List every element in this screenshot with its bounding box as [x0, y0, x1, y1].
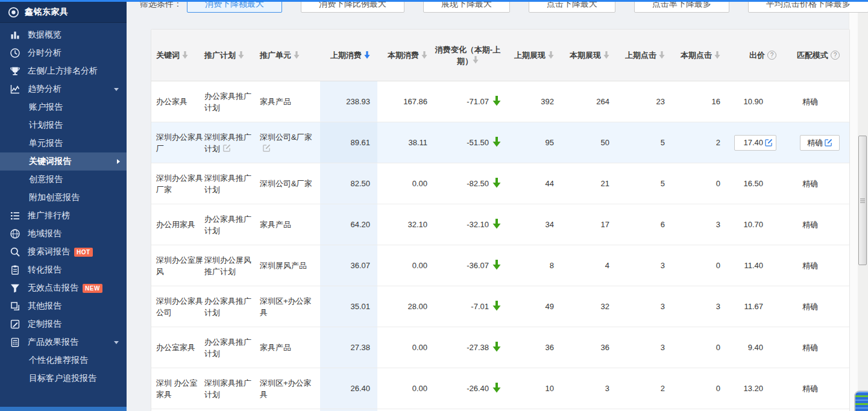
column-header[interactable]: 推广单元	[260, 30, 320, 81]
cell-cur-cost: 0.00	[377, 327, 435, 368]
edit-bid-icon	[765, 139, 773, 146]
sidebar-item-personalized-recommend-report[interactable]: 个性化推荐报告	[0, 351, 127, 369]
cell-keyword: 深圳 办公室家具	[151, 368, 204, 409]
sidebar-item-account-report[interactable]: 账户报告	[0, 98, 127, 116]
help-icon[interactable]: ?	[831, 51, 840, 60]
table-header-row: 关键词 推广计划 推广单元 上期消费 本期消费 消费变化（本期-上期） 上期展现…	[151, 30, 849, 81]
sidebar-item-custom-report[interactable]: 定制报告	[0, 315, 127, 333]
sidebar-item-creative-report[interactable]: 创意报告	[0, 171, 127, 189]
cell-prev-impressions: 8	[506, 245, 561, 286]
column-header[interactable]: 消费变化（本期-上期）	[435, 30, 506, 81]
column-header[interactable]: 本期消费	[377, 30, 435, 81]
sidebar-item-plan-report[interactable]: 计划报告	[0, 116, 127, 134]
sidebar-item-trend-analysis[interactable]: 趋势分析	[0, 80, 127, 98]
cell-cur-cost: 167.86	[377, 81, 435, 122]
cell-bid: 11.40 11.40	[728, 245, 785, 286]
cell-cur-impressions: 17	[561, 204, 617, 245]
chevron-down-icon	[114, 341, 119, 344]
cell-cur-clicks: 16	[672, 81, 728, 122]
cell-prev-impressions: 95	[506, 122, 561, 163]
cell-cur-cost: 0.00	[377, 368, 435, 409]
cell-prev-impressions: 10	[506, 368, 561, 409]
sidebar-item-extra-creative-report[interactable]: 附加创意报告	[0, 189, 127, 207]
column-header[interactable]: 本期点击	[672, 30, 728, 81]
sidebar-item-other-report[interactable]: 其他报告	[0, 297, 127, 315]
chevron-down-icon	[114, 88, 119, 91]
filter-bar: 筛选条件： 消费下降额最大消费下降比例最大展现下降最大点击下降最大点击率下降最多…	[140, 0, 868, 13]
cell-keyword: 深圳办公家具厂家	[151, 163, 204, 204]
sidebar-item-search-term-report[interactable]: 搜索词报告 HOT	[0, 243, 127, 261]
table-row[interactable]: 办公室家具 办公家具推广计划 家具产品 27.38 0.00 -27.38 36…	[151, 327, 849, 368]
table-row[interactable]: 深圳办公家具公司 办公家具推广计划 深圳区+办公家具 35.01 28.00 -…	[151, 286, 849, 327]
sidebar-item-conversion-report[interactable]: 转化报告	[0, 261, 127, 279]
help-icon[interactable]: ?	[767, 51, 776, 60]
sidebar-item-time-analysis[interactable]: 分时分析	[0, 44, 127, 62]
content-right-margin	[849, 0, 858, 411]
scrollbar-thumb[interactable]	[858, 136, 867, 265]
sidebar-item-keyword-report[interactable]: 关键词报告	[0, 152, 127, 171]
brand-logo-icon	[8, 7, 19, 18]
filter-option-button[interactable]: 点击率下降最多	[634, 0, 729, 13]
column-header[interactable]: 本期展现	[561, 30, 617, 81]
filter-option-button[interactable]: 消费下降额最大	[187, 0, 282, 13]
table-row[interactable]: 深圳办公家具厂家 深圳家具推广计划 深圳公司&厂家 82.50 0.00 -82…	[151, 163, 849, 204]
filter-option-button[interactable]: 点击下降最大	[529, 0, 615, 13]
sidebar-menu: 数据概览 分时分析 左侧/上方排名分析 趋势分析 账户报告 计划报告 单元报告 …	[0, 23, 127, 387]
sidebar-item-target-customer-report[interactable]: 目标客户追投报告	[0, 369, 127, 387]
match-edit-box[interactable]: 精确	[800, 135, 840, 151]
column-header[interactable]: 上期展现	[506, 30, 561, 81]
sidebar-item-region-report[interactable]: 地域报告	[0, 225, 127, 243]
cell-keyword: 深圳办公家具公司	[151, 286, 204, 327]
sort-desc-active-icon	[364, 51, 370, 59]
sort-icon	[473, 56, 479, 64]
cell-bid: 11.67 11.67	[728, 286, 785, 327]
floating-service-widget[interactable]	[854, 391, 868, 411]
cell-unit: 深圳区+办公家具	[260, 368, 320, 409]
cell-cost-change: -71.07	[435, 81, 506, 122]
table-row[interactable]: 深圳 办公室家具 深圳家具推广计划 深圳区+办公家具 26.40 0.00 -2…	[151, 368, 849, 409]
cell-prev-cost: 27.38	[320, 327, 377, 368]
table-row[interactable]: 办公家具 办公家具推广计划 家具产品 238.93 167.86 -71.07 …	[151, 81, 849, 122]
cell-plan: 深圳办公屏风推广计划	[204, 245, 260, 286]
cell-cost-change: -27.38	[435, 327, 506, 368]
table-row[interactable]: 深圳办公家具厂 深圳家具推广计划 深圳公司&厂家 89.61 38.11 -51…	[151, 122, 849, 163]
funnel-icon	[10, 283, 20, 293]
sidebar-item-product-effect-report[interactable]: 产品效果报告	[0, 333, 127, 351]
sidebar-item-invalid-click-report[interactable]: 无效点击报告 NEW	[0, 279, 127, 297]
cell-unit: 深圳公司&厂家	[260, 122, 320, 163]
column-header[interactable]: 上期消费	[320, 30, 377, 81]
cell-prev-clicks: 6	[617, 204, 672, 245]
cell-unit: 家具产品	[260, 327, 320, 368]
table-row[interactable]: 办公用家具 办公家具推广计划 家具产品 64.20 32.10 -32.10 3…	[151, 204, 849, 245]
column-header[interactable]: 出价?	[728, 30, 785, 81]
table-row[interactable]: 深圳办公室屏风 深圳办公屏风推广计划 深圳屏风产品 36.07 0.00 -36…	[151, 245, 849, 286]
cell-bid: 13.20 13.20	[728, 368, 785, 409]
edit-plan-icon[interactable]	[223, 144, 231, 152]
sidebar-item-unit-report[interactable]: 单元报告	[0, 134, 127, 152]
column-header[interactable]: 推广计划	[204, 30, 260, 81]
column-header[interactable]: 匹配模式?	[785, 30, 849, 81]
sidebar: 鑫铭东家具 数据概览 分时分析 左侧/上方排名分析 趋势分析 账户报告 计划报告…	[0, 2, 127, 407]
column-header[interactable]: 上期点击	[617, 30, 672, 81]
column-header[interactable]: 关键词	[151, 30, 204, 81]
cell-cost-change: -26.40	[435, 368, 506, 409]
cell-unit: 深圳区+办公家具	[260, 286, 320, 327]
account-brand: 鑫铭东家具	[0, 2, 127, 23]
sidebar-item-rank-analysis[interactable]: 左侧/上方排名分析	[0, 62, 127, 80]
cell-plan: 深圳家具推广计划	[204, 163, 260, 204]
change-down-icon	[492, 301, 501, 313]
bid-edit-box[interactable]: 17.40	[734, 135, 776, 151]
sidebar-item-data-overview[interactable]: 数据概览	[0, 26, 127, 44]
sidebar-item-promo-ranking[interactable]: 推广排行榜	[0, 207, 127, 225]
cell-cur-impressions: 21	[561, 163, 617, 204]
calculator-icon	[10, 337, 20, 348]
filter-option-button[interactable]: 展现下降最大	[423, 0, 510, 13]
vertical-scrollbar[interactable]	[858, 0, 868, 411]
filter-option-button[interactable]: 平均点击价格下降最多	[748, 0, 868, 13]
globe-icon	[10, 228, 20, 239]
edit-unit-icon[interactable]	[263, 144, 271, 152]
clock-icon	[10, 48, 20, 58]
filter-option-button[interactable]: 消费下降比例最大	[301, 0, 404, 13]
cell-prev-impressions: 34	[506, 204, 561, 245]
change-down-icon	[492, 219, 501, 231]
